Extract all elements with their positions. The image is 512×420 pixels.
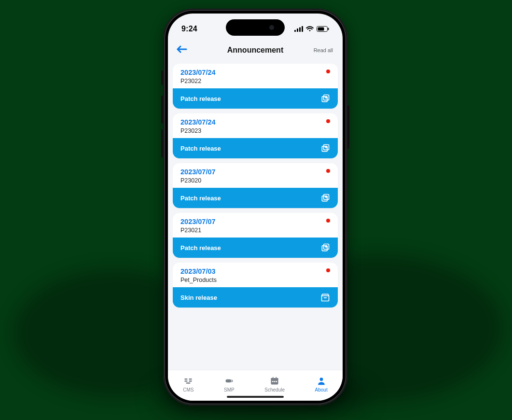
card-code: P23020	[180, 177, 330, 184]
phone-frame: 9:24	[163, 9, 347, 406]
svg-rect-6	[328, 28, 329, 30]
svg-point-17	[319, 378, 323, 381]
smp-icon	[224, 376, 234, 386]
copy-plus-icon	[320, 143, 330, 153]
package-icon	[320, 293, 330, 302]
back-button[interactable]	[177, 45, 187, 55]
svg-rect-2	[299, 28, 301, 32]
card-label: Patch release	[180, 145, 221, 152]
status-icons	[294, 26, 329, 32]
tab-cms-label: CMS	[183, 387, 194, 392]
volume-down-button	[161, 129, 163, 157]
card-date: 2023/07/24	[180, 118, 330, 126]
svg-rect-16	[276, 377, 277, 378]
person-icon	[317, 376, 326, 386]
card-date: 2023/07/24	[180, 69, 330, 76]
card-code: Pet_Products	[180, 277, 330, 283]
volume-up-button	[161, 96, 163, 124]
unread-dot-icon	[326, 219, 330, 223]
card-date: 2023/07/07	[180, 168, 330, 176]
announcement-list[interactable]: 2023/07/24 P23022 Patch release 2023/07/…	[168, 61, 343, 401]
card-code: P23023	[180, 127, 330, 134]
card-label: Skin release	[180, 294, 217, 301]
card-date: 2023/07/07	[180, 218, 330, 225]
card-header: 2023/07/07 P23020	[173, 163, 338, 188]
card-label: Patch release	[180, 95, 221, 102]
status-time: 9:24	[181, 25, 197, 33]
card-label-bar: Patch release	[173, 138, 338, 158]
arrow-left-icon	[177, 45, 187, 53]
svg-rect-0	[294, 30, 296, 32]
announcement-card[interactable]: 2023/07/07 P23021 Patch release	[173, 213, 338, 258]
card-header: 2023/07/07 P23021	[173, 213, 338, 238]
card-label-bar: Patch release	[173, 88, 338, 109]
calendar-icon	[270, 376, 279, 386]
nav-header: Announcement Read all	[168, 40, 343, 61]
tab-about-label: About	[315, 387, 328, 392]
power-button	[347, 105, 349, 149]
unread-dot-icon	[326, 169, 330, 173]
wifi-icon	[306, 26, 314, 32]
page-title: Announcement	[227, 46, 283, 55]
svg-rect-11	[271, 378, 278, 379]
card-header: 2023/07/24 P23023	[173, 113, 338, 138]
announcement-card[interactable]: 2023/07/07 P23020 Patch release	[173, 163, 338, 208]
card-label-bar: Skin release	[173, 287, 338, 308]
card-label: Patch release	[180, 244, 221, 252]
svg-point-9	[231, 380, 232, 381]
screen: 9:24	[168, 14, 343, 401]
card-date: 2023/07/03	[180, 267, 330, 275]
tab-cms[interactable]: CMS	[183, 376, 194, 392]
tab-schedule-label: Schedule	[264, 387, 285, 392]
unread-dot-icon	[326, 70, 330, 73]
tab-schedule[interactable]: Schedule	[264, 376, 285, 392]
svg-rect-13	[274, 381, 276, 382]
card-label-bar: Patch release	[173, 188, 338, 208]
svg-rect-15	[273, 377, 274, 378]
svg-rect-3	[302, 26, 303, 32]
home-indicator	[227, 396, 284, 398]
dynamic-island	[226, 19, 285, 36]
tab-about[interactable]: About	[315, 376, 328, 392]
tab-smp[interactable]: SMP	[224, 376, 235, 392]
announcement-card[interactable]: 2023/07/24 P23023 Patch release	[173, 113, 338, 158]
tab-smp-label: SMP	[224, 387, 235, 392]
side-button	[161, 70, 163, 85]
copy-plus-icon	[320, 193, 330, 203]
unread-dot-icon	[326, 119, 330, 123]
copy-plus-icon	[320, 243, 330, 252]
cms-icon	[183, 376, 193, 386]
svg-rect-1	[297, 28, 298, 32]
card-code: P23021	[180, 227, 330, 234]
svg-rect-14	[276, 381, 277, 382]
card-label: Patch release	[180, 195, 221, 202]
card-code: P23022	[180, 78, 330, 84]
copy-plus-icon	[320, 94, 330, 103]
announcement-card[interactable]: 2023/07/03 Pet_Products Skin release	[173, 263, 338, 308]
read-all-button[interactable]: Read all	[314, 47, 333, 53]
cellular-signal-icon	[294, 26, 303, 32]
unread-dot-icon	[326, 268, 330, 272]
announcement-card[interactable]: 2023/07/24 P23022 Patch release	[173, 64, 338, 109]
battery-icon	[317, 26, 329, 32]
svg-rect-7	[225, 379, 231, 382]
card-header: 2023/07/24 P23022	[173, 64, 338, 88]
card-header: 2023/07/03 Pet_Products	[173, 263, 338, 287]
card-label-bar: Patch release	[173, 238, 338, 258]
svg-rect-5	[318, 28, 324, 31]
svg-rect-12	[272, 381, 274, 382]
